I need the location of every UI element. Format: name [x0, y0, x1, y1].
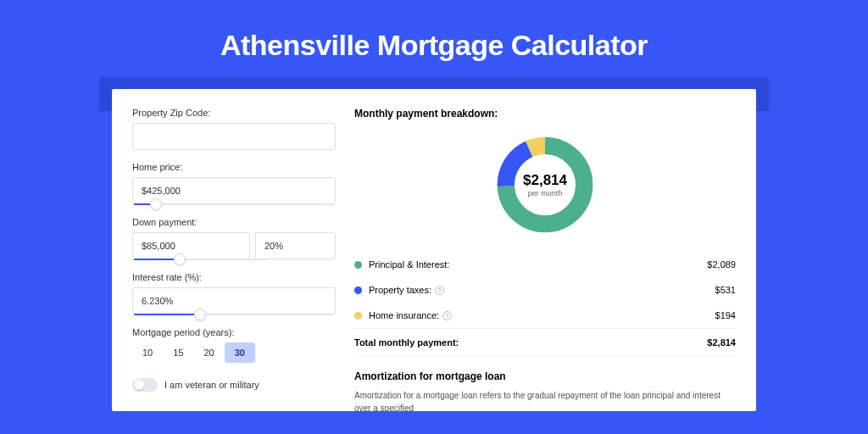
- donut-wrap: $2,814 per month: [354, 128, 736, 252]
- zip-input[interactable]: [132, 123, 336, 150]
- calculator-card: Property Zip Code: Home price: Down paym…: [112, 89, 756, 411]
- home-price-label: Home price:: [132, 162, 336, 172]
- total-value: $2,814: [707, 337, 736, 348]
- legend-insurance: Home insurance: ? $194: [354, 303, 736, 328]
- interest-slider-thumb[interactable]: [194, 309, 206, 320]
- home-price-slider[interactable]: [134, 203, 334, 205]
- veteran-label: I am veteran or military: [164, 380, 259, 390]
- zip-label: Property Zip Code:: [132, 108, 336, 118]
- legend-taxes: Property taxes: ? $531: [354, 277, 736, 303]
- dot-icon: [354, 261, 362, 269]
- period-30[interactable]: 30: [225, 342, 255, 363]
- period-field: Mortgage period (years): 10 15 20 30: [132, 327, 336, 363]
- interest-label: Interest rate (%):: [132, 272, 336, 282]
- dot-icon: [354, 287, 362, 294]
- amortization-section: Amortization for mortgage loan Amortizat…: [354, 370, 736, 411]
- period-label: Mortgage period (years):: [132, 327, 336, 337]
- down-payment-field: Down payment:: [132, 217, 336, 260]
- dot-icon: [354, 312, 362, 320]
- interest-input[interactable]: [132, 287, 336, 314]
- period-15[interactable]: 15: [163, 342, 193, 363]
- legend-insurance-value: $194: [715, 310, 736, 320]
- breakdown-title: Monthly payment breakdown:: [354, 108, 736, 120]
- info-icon[interactable]: ?: [442, 311, 452, 320]
- home-price-field: Home price:: [132, 162, 336, 205]
- interest-field: Interest rate (%):: [132, 272, 336, 315]
- amortization-title: Amortization for mortgage loan: [354, 370, 736, 382]
- home-price-input[interactable]: [132, 177, 336, 204]
- donut-center-value: $2,814: [523, 172, 567, 189]
- down-payment-amount-input[interactable]: [132, 232, 250, 259]
- period-20[interactable]: 20: [194, 342, 225, 363]
- period-10[interactable]: 10: [132, 342, 163, 363]
- legend-taxes-label: Property taxes:: [369, 285, 431, 295]
- info-icon[interactable]: ?: [435, 286, 444, 295]
- donut-center-label: per month: [528, 189, 563, 198]
- veteran-toggle[interactable]: [132, 378, 158, 392]
- amortization-text: Amortization for a mortgage loan refers …: [354, 389, 736, 411]
- down-payment-percent-input[interactable]: [255, 232, 336, 259]
- page-title: Athensville Mortgage Calculator: [0, 0, 868, 77]
- period-buttons: 10 15 20 30: [132, 342, 336, 363]
- form-column: Property Zip Code: Home price: Down paym…: [132, 108, 336, 411]
- veteran-row: I am veteran or military: [132, 378, 336, 392]
- legend-principal: Principal & Interest: $2,089: [354, 252, 736, 277]
- total-row: Total monthly payment: $2,814: [354, 328, 736, 357]
- total-label: Total monthly payment:: [354, 337, 707, 348]
- down-payment-label: Down payment:: [132, 217, 336, 227]
- zip-field: Property Zip Code:: [132, 108, 336, 150]
- interest-slider[interactable]: [134, 314, 334, 315]
- home-price-slider-thumb[interactable]: [150, 198, 162, 210]
- down-payment-slider-thumb[interactable]: [174, 253, 186, 265]
- legend-insurance-label: Home insurance:: [369, 310, 439, 320]
- legend-taxes-value: $531: [715, 285, 736, 295]
- down-payment-slider[interactable]: [134, 259, 266, 260]
- payment-donut-chart: $2,814 per month: [493, 133, 597, 236]
- legend-principal-label: Principal & Interest:: [369, 259, 707, 270]
- legend-principal-value: $2,089: [707, 259, 736, 270]
- breakdown-column: Monthly payment breakdown: $2,814 per mo…: [354, 108, 736, 411]
